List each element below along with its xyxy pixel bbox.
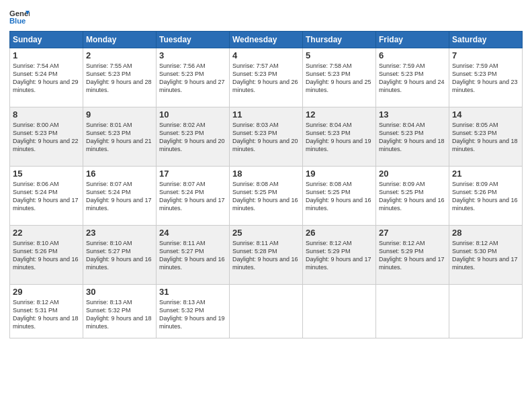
logo: General Blue [9, 7, 30, 27]
calendar-cell: 18Sunrise: 8:08 AMSunset: 5:25 PMDayligh… [230, 167, 303, 226]
calendar-cell: 4Sunrise: 7:57 AMSunset: 5:23 PMDaylight… [230, 48, 303, 107]
calendar-cell: 27Sunrise: 8:12 AMSunset: 5:29 PMDayligh… [376, 226, 449, 285]
cell-info: Sunrise: 8:07 AMSunset: 5:24 PMDaylight:… [159, 180, 226, 213]
cell-info: Sunrise: 7:55 AMSunset: 5:23 PMDaylight:… [86, 62, 153, 95]
day-number: 19 [306, 169, 373, 179]
day-number: 17 [159, 169, 226, 179]
day-number: 2 [86, 50, 153, 60]
calendar-cell: 30Sunrise: 8:13 AMSunset: 5:32 PMDayligh… [83, 285, 157, 338]
day-number: 23 [86, 228, 153, 238]
calendar-cell: 29Sunrise: 8:12 AMSunset: 5:31 PMDayligh… [10, 285, 83, 338]
day-number: 26 [306, 228, 373, 238]
day-number: 14 [452, 109, 519, 120]
cell-info: Sunrise: 8:12 AMSunset: 5:29 PMDaylight:… [306, 239, 373, 272]
calendar-cell: 10Sunrise: 8:02 AMSunset: 5:23 PMDayligh… [157, 107, 230, 167]
cell-info: Sunrise: 8:05 AMSunset: 5:23 PMDaylight:… [452, 121, 519, 154]
cell-info: Sunrise: 7:59 AMSunset: 5:23 PMDaylight:… [452, 62, 519, 95]
day-number: 22 [13, 228, 80, 238]
day-number: 12 [306, 109, 373, 120]
calendar-cell: 16Sunrise: 8:07 AMSunset: 5:24 PMDayligh… [83, 167, 157, 226]
cell-info: Sunrise: 8:07 AMSunset: 5:24 PMDaylight:… [86, 180, 153, 213]
calendar-week-row: 29Sunrise: 8:12 AMSunset: 5:31 PMDayligh… [10, 285, 523, 338]
cell-info: Sunrise: 7:57 AMSunset: 5:23 PMDaylight:… [232, 62, 300, 95]
cell-info: Sunrise: 7:56 AMSunset: 5:23 PMDaylight:… [159, 62, 226, 95]
calendar-cell: 14Sunrise: 8:05 AMSunset: 5:23 PMDayligh… [449, 107, 523, 167]
cell-info: Sunrise: 8:03 AMSunset: 5:23 PMDaylight:… [232, 121, 300, 154]
calendar-cell: 15Sunrise: 8:06 AMSunset: 5:24 PMDayligh… [10, 167, 83, 226]
calendar-cell: 28Sunrise: 8:12 AMSunset: 5:30 PMDayligh… [449, 226, 523, 285]
cell-info: Sunrise: 8:08 AMSunset: 5:25 PMDaylight:… [306, 180, 373, 213]
calendar-cell: 24Sunrise: 8:11 AMSunset: 5:27 PMDayligh… [157, 226, 230, 285]
cell-info: Sunrise: 7:58 AMSunset: 5:23 PMDaylight:… [306, 62, 373, 95]
calendar-table: SundayMondayTuesdayWednesdayThursdayFrid… [9, 31, 523, 338]
cell-info: Sunrise: 8:13 AMSunset: 5:32 PMDaylight:… [159, 298, 226, 331]
weekday-header: Monday [83, 32, 157, 48]
calendar-cell [376, 285, 449, 338]
calendar-cell: 1Sunrise: 7:54 AMSunset: 5:24 PMDaylight… [10, 48, 83, 107]
day-number: 25 [232, 228, 300, 238]
calendar-cell: 23Sunrise: 8:10 AMSunset: 5:27 PMDayligh… [83, 226, 157, 285]
calendar-week-row: 15Sunrise: 8:06 AMSunset: 5:24 PMDayligh… [10, 167, 523, 226]
calendar-cell [230, 285, 303, 338]
calendar-cell: 17Sunrise: 8:07 AMSunset: 5:24 PMDayligh… [157, 167, 230, 226]
calendar-cell: 31Sunrise: 8:13 AMSunset: 5:32 PMDayligh… [157, 285, 230, 338]
cell-info: Sunrise: 8:04 AMSunset: 5:23 PMDaylight:… [379, 121, 446, 154]
calendar-cell: 3Sunrise: 7:56 AMSunset: 5:23 PMDaylight… [157, 48, 230, 107]
calendar-cell: 5Sunrise: 7:58 AMSunset: 5:23 PMDaylight… [303, 48, 376, 107]
cell-info: Sunrise: 8:00 AMSunset: 5:23 PMDaylight:… [13, 121, 80, 154]
day-number: 9 [86, 109, 153, 120]
calendar-cell [449, 285, 523, 338]
cell-info: Sunrise: 8:09 AMSunset: 5:26 PMDaylight:… [452, 180, 519, 213]
svg-text:Blue: Blue [9, 17, 26, 25]
cell-info: Sunrise: 8:02 AMSunset: 5:23 PMDaylight:… [159, 121, 226, 154]
cell-info: Sunrise: 8:04 AMSunset: 5:23 PMDaylight:… [306, 121, 373, 154]
calendar-cell: 12Sunrise: 8:04 AMSunset: 5:23 PMDayligh… [303, 107, 376, 167]
day-number: 6 [379, 50, 446, 60]
calendar-cell: 21Sunrise: 8:09 AMSunset: 5:26 PMDayligh… [449, 167, 523, 226]
calendar-cell: 25Sunrise: 8:11 AMSunset: 5:28 PMDayligh… [230, 226, 303, 285]
weekday-header-row: SundayMondayTuesdayWednesdayThursdayFrid… [10, 32, 523, 48]
calendar-cell: 7Sunrise: 7:59 AMSunset: 5:23 PMDaylight… [449, 48, 523, 107]
day-number: 15 [13, 169, 80, 179]
calendar-cell: 2Sunrise: 7:55 AMSunset: 5:23 PMDaylight… [83, 48, 157, 107]
day-number: 21 [452, 169, 519, 179]
day-number: 24 [159, 228, 226, 238]
cell-info: Sunrise: 8:09 AMSunset: 5:25 PMDaylight:… [379, 180, 446, 213]
logo-icon: General Blue [9, 7, 30, 27]
cell-info: Sunrise: 8:10 AMSunset: 5:27 PMDaylight:… [86, 239, 153, 272]
calendar-cell: 22Sunrise: 8:10 AMSunset: 5:26 PMDayligh… [10, 226, 83, 285]
day-number: 16 [86, 169, 153, 179]
cell-info: Sunrise: 7:59 AMSunset: 5:23 PMDaylight:… [379, 62, 446, 95]
weekday-header: Friday [376, 32, 449, 48]
day-number: 4 [232, 50, 300, 60]
day-number: 20 [379, 169, 446, 179]
day-number: 28 [452, 228, 519, 238]
day-number: 18 [232, 169, 300, 179]
day-number: 27 [379, 228, 446, 238]
day-number: 30 [86, 287, 153, 297]
day-number: 5 [306, 50, 373, 60]
weekday-header: Wednesday [230, 32, 303, 48]
page-container: General Blue SundayMondayTuesdayWednesda… [0, 0, 532, 342]
calendar-cell: 19Sunrise: 8:08 AMSunset: 5:25 PMDayligh… [303, 167, 376, 226]
day-number: 1 [13, 50, 80, 60]
day-number: 13 [379, 109, 446, 120]
cell-info: Sunrise: 8:11 AMSunset: 5:28 PMDaylight:… [232, 239, 300, 272]
cell-info: Sunrise: 8:11 AMSunset: 5:27 PMDaylight:… [159, 239, 226, 272]
calendar-cell: 26Sunrise: 8:12 AMSunset: 5:29 PMDayligh… [303, 226, 376, 285]
cell-info: Sunrise: 8:12 AMSunset: 5:29 PMDaylight:… [379, 239, 446, 272]
cell-info: Sunrise: 8:08 AMSunset: 5:25 PMDaylight:… [232, 180, 300, 213]
day-number: 7 [452, 50, 519, 60]
svg-text:General: General [9, 9, 30, 17]
cell-info: Sunrise: 7:54 AMSunset: 5:24 PMDaylight:… [13, 62, 80, 95]
cell-info: Sunrise: 8:12 AMSunset: 5:30 PMDaylight:… [452, 239, 519, 272]
weekday-header: Sunday [10, 32, 83, 48]
calendar-cell: 13Sunrise: 8:04 AMSunset: 5:23 PMDayligh… [376, 107, 449, 167]
calendar-week-row: 22Sunrise: 8:10 AMSunset: 5:26 PMDayligh… [10, 226, 523, 285]
calendar-week-row: 8Sunrise: 8:00 AMSunset: 5:23 PMDaylight… [10, 107, 523, 167]
calendar-cell: 11Sunrise: 8:03 AMSunset: 5:23 PMDayligh… [230, 107, 303, 167]
calendar-week-row: 1Sunrise: 7:54 AMSunset: 5:24 PMDaylight… [10, 48, 523, 107]
calendar-cell: 8Sunrise: 8:00 AMSunset: 5:23 PMDaylight… [10, 107, 83, 167]
day-number: 10 [159, 109, 226, 120]
cell-info: Sunrise: 8:13 AMSunset: 5:32 PMDaylight:… [86, 298, 153, 331]
